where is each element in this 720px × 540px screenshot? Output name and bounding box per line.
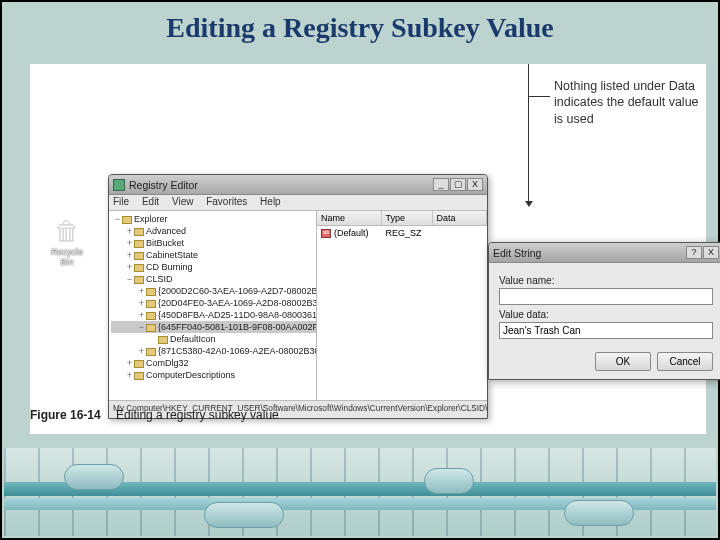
callout-text: Nothing listed under Data indicates the … (554, 78, 709, 127)
tree-node: +ComDlg32 (111, 357, 316, 369)
folder-icon (134, 276, 144, 284)
tree-node: +CD Burning (111, 261, 316, 273)
tree-node: −CLSID (111, 273, 316, 285)
value-type: REG_SZ (382, 227, 433, 239)
menu-help[interactable]: Help (260, 196, 281, 207)
folder-icon (134, 228, 144, 236)
folder-icon (134, 360, 144, 368)
tree-pane[interactable]: −Explorer +Advanced +BitBucket +CabinetS… (109, 211, 317, 400)
folder-icon (134, 240, 144, 248)
folder-icon (134, 252, 144, 260)
string-value-icon (321, 229, 331, 238)
dialog-body: Value name: Value data: (489, 263, 720, 347)
edit-string-dialog: Edit String ? X Value name: Value data: … (488, 242, 720, 380)
ok-button[interactable]: OK (595, 352, 651, 371)
menu-bar: File Edit View Favorites Help (109, 195, 487, 211)
figure-number: Figure 16-14 (30, 408, 101, 422)
folder-icon (134, 264, 144, 272)
tree-node: DefaultIcon (111, 333, 316, 345)
figure-caption-text: Editing a registry subkey value (116, 408, 279, 422)
value-data-label: Value data: (499, 309, 713, 320)
value-name-label: Value name: (499, 275, 713, 286)
window-buttons: _ ▢ X (433, 178, 483, 191)
slide: Editing a Registry Subkey Value Nothing … (0, 0, 720, 540)
callout-arrowhead (525, 201, 533, 207)
minimize-button[interactable]: _ (433, 178, 449, 191)
tree-node: +CabinetState (111, 249, 316, 261)
tree-node: +{20D04FE0-3AEA-1069-A2D8-08002B30309D} (111, 297, 316, 309)
tree-node-selected: −{645FF040-5081-101B-9F08-00AA002F954E} (111, 321, 316, 333)
folder-icon (158, 336, 168, 344)
slide-title: Editing a Registry Subkey Value (2, 2, 718, 50)
dialog-buttons: OK Cancel (595, 352, 713, 371)
list-header: Name Type Data (317, 211, 487, 226)
folder-icon (146, 288, 156, 296)
recycle-bin-label: Recycle Bin (44, 247, 90, 267)
recycle-bin-desktop-icon: 🗑 Recycle Bin (44, 216, 90, 267)
col-type[interactable]: Type (382, 211, 433, 225)
dialog-title-text: Edit String (493, 247, 541, 259)
col-data[interactable]: Data (433, 211, 487, 225)
value-data-input[interactable] (499, 322, 713, 339)
callout-tick (528, 96, 550, 97)
figure-caption: Figure 16-14 Editing a registry subkey v… (30, 408, 279, 422)
tree-node: +{450D8FBA-AD25-11D0-98A8-0800361B1103} (111, 309, 316, 321)
folder-icon (134, 372, 144, 380)
tree-node: −Explorer (111, 213, 316, 225)
help-button[interactable]: ? (686, 246, 702, 259)
folder-icon (146, 324, 156, 332)
menu-favorites[interactable]: Favorites (206, 196, 247, 207)
callout-leader (528, 64, 529, 204)
folder-icon (146, 348, 156, 356)
regedit-icon (113, 179, 125, 191)
tree-node: +{871C5380-42A0-1069-A2EA-08002B30309D} (111, 345, 316, 357)
tree-node: +BitBucket (111, 237, 316, 249)
window-title-text: Registry Editor (129, 179, 198, 191)
maximize-button[interactable]: ▢ (450, 178, 466, 191)
col-name[interactable]: Name (317, 211, 382, 225)
value-data (433, 227, 487, 239)
menu-edit[interactable]: Edit (142, 196, 159, 207)
window-titlebar[interactable]: Registry Editor _ ▢ X (109, 175, 487, 195)
registry-body: −Explorer +Advanced +BitBucket +CabinetS… (109, 211, 487, 400)
value-row[interactable]: (Default) REG_SZ (317, 226, 487, 240)
cancel-button[interactable]: Cancel (657, 352, 713, 371)
decorative-footer (4, 448, 716, 536)
registry-editor-window: Registry Editor _ ▢ X File Edit View Fav… (108, 174, 488, 419)
folder-icon (146, 300, 156, 308)
value-name-input[interactable] (499, 288, 713, 305)
tree-node: +ComputerDescriptions (111, 369, 316, 381)
trash-icon: 🗑 (44, 216, 90, 247)
figure-screenshot: Nothing listed under Data indicates the … (30, 64, 706, 434)
tree-node: +{2000D2C60-3AEA-1069-A2D7-08002B30309D} (111, 285, 316, 297)
value-list-pane[interactable]: Name Type Data (Default) REG_SZ (317, 211, 487, 400)
tree-node: +Advanced (111, 225, 316, 237)
dialog-titlebar[interactable]: Edit String ? X (489, 243, 720, 263)
folder-icon (146, 312, 156, 320)
menu-view[interactable]: View (172, 196, 194, 207)
close-button[interactable]: X (467, 178, 483, 191)
folder-icon (122, 216, 132, 224)
menu-file[interactable]: File (113, 196, 129, 207)
close-button[interactable]: X (703, 246, 719, 259)
value-name: (Default) (334, 228, 369, 238)
